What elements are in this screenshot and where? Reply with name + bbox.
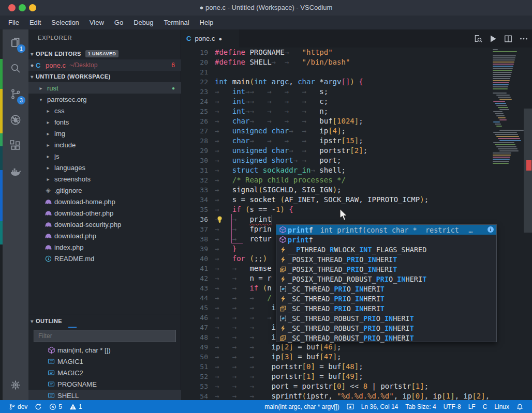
code-line-49[interactable]: 49→ → → ip[2] = buf[46]; <box>181 342 532 352</box>
code-line-36[interactable]: 36→ → print <box>181 215 532 224</box>
tree-item-fonts[interactable]: ▸fonts <box>28 116 181 128</box>
minimap[interactable] <box>491 48 524 400</box>
tree-item-languages[interactable]: ▸languages <box>28 162 181 173</box>
code-line-28[interactable]: 28→ char→ → → → ipstr[15]; <box>181 136 532 146</box>
code-line-25[interactable]: 25→ int→→ → → → n; <box>181 106 532 116</box>
suggest-item-7[interactable]: _SC_THREAD_PRIO_INHERIT <box>276 294 496 303</box>
code-line-29[interactable]: 29→ unsigned char→ → portstr[2]; <box>181 146 532 156</box>
tree-item-download-php[interactable]: download.php <box>28 230 181 241</box>
menu-edit[interactable]: Edit <box>24 17 46 28</box>
status-1[interactable]: 1 <box>66 400 86 413</box>
code-line-20[interactable]: 20#define SHELL→ → "/bin/bash" <box>181 57 532 67</box>
code-line-33[interactable]: 33→ signal(SIGCHLD, SIG_IGN); <box>181 185 532 195</box>
outline-item-progname[interactable]: PROGNAME <box>28 378 181 390</box>
menu-view[interactable]: View <box>84 17 109 28</box>
menu-help[interactable]: Help <box>195 17 219 28</box>
tree-item--gitignore[interactable]: ◈.gitignore <box>28 185 181 196</box>
status-linux[interactable]: Linux <box>491 400 513 413</box>
code-line-30[interactable]: 30→ unsigned short→ → port; <box>181 156 532 165</box>
tree-item-include[interactable]: ▸include <box>28 139 181 150</box>
status-screencast[interactable] <box>343 400 358 413</box>
tree-item-readme-md[interactable]: README.md <box>28 253 181 264</box>
activity-explorer-icon[interactable]: 1 <box>3 29 28 55</box>
suggest-item-2[interactable]: __PTHREAD_RWLOCK_INT_FLAGS_SHARED <box>276 244 496 254</box>
outline-item-shell[interactable]: SHELL <box>28 390 181 401</box>
menu-go[interactable]: Go <box>109 17 128 28</box>
code-line-53[interactable]: 53→ → → port = portstr[0] << 8 | portstr… <box>181 381 532 391</box>
menu-file[interactable]: File <box>3 17 24 28</box>
code-line-51[interactable]: 51→ → → portstr[0] = buf[48]; <box>181 362 532 372</box>
code-line-50[interactable]: 50→ → → ip[3] = buf[47]; <box>181 352 532 362</box>
open-editors-header[interactable]: ▾ OPEN EDITORS 1 UNSAVED <box>28 48 181 59</box>
menu-terminal[interactable]: Terminal <box>158 17 194 28</box>
code-line-52[interactable]: 52→ → → portstr[1] = buf[49]; <box>181 372 532 381</box>
code-line-23[interactable]: 23→ int→→ → → → s; <box>181 87 532 97</box>
open-editor-item-pone-c[interactable]: ● C pone.c ~/Desktop 6 <box>28 59 181 71</box>
tree-item-parrotsec-org[interactable]: ▾parrotsec.org <box>28 94 181 105</box>
status-5[interactable]: 5 <box>46 400 66 413</box>
code-line-35[interactable]: 35→ if (s == -1) { <box>181 205 532 215</box>
outline-header[interactable]: ▾ OUTLINE <box>28 315 181 327</box>
code-line-24[interactable]: 24→ int→→ → → → c; <box>181 97 532 106</box>
status-utf-8[interactable]: UTF-8 <box>440 400 465 413</box>
outline-filter-input[interactable] <box>34 330 176 342</box>
code-line-19[interactable]: 19#define PROGNAME→ "httpd" <box>181 48 532 57</box>
tree-item-rust[interactable]: ▸rust● <box>28 82 181 94</box>
status-dev[interactable]: dev <box>5 400 31 413</box>
status-main-int-argc-char-argv[interactable]: main(int argc, char * argv[]) <box>261 400 343 413</box>
modified-dot-icon[interactable]: ● <box>218 36 222 42</box>
editor-scrollbar[interactable] <box>524 48 532 400</box>
code-line-26[interactable]: 26→ char→ → → → buf[1024]; <box>181 116 532 126</box>
scrollbar-thumb[interactable] <box>524 109 532 233</box>
suggest-item-0[interactable]: printfint printf(const char *__restrict_… <box>276 225 496 235</box>
suggest-item-10[interactable]: _SC_THREAD_ROBUST_PRIO_INHERIT <box>276 323 496 333</box>
activity-source-control-icon[interactable]: 3 <box>3 81 28 107</box>
tree-item-index-php[interactable]: index.php <box>28 241 181 253</box>
tree-item-img[interactable]: ▸img <box>28 128 181 139</box>
status-lf[interactable]: LF <box>465 400 479 413</box>
tree-item-download-home-php[interactable]: download-home.php <box>28 196 181 207</box>
activity-settings-icon[interactable] <box>3 372 28 398</box>
status-sync[interactable] <box>31 400 46 413</box>
tree-item-download-security-php[interactable]: download-security.php <box>28 219 181 230</box>
tree-item-screenshots[interactable]: ▸screenshots <box>28 173 181 185</box>
menu-debug[interactable]: Debug <box>128 17 158 28</box>
activity-debug-disabled-icon[interactable] <box>3 107 28 133</box>
status-ln-36-col-14[interactable]: Ln 36, Col 14 <box>358 400 402 413</box>
suggest-item-8[interactable]: _SC_THREAD_PRIO_INHERIT <box>276 303 496 313</box>
code-line-54[interactable]: 54→ → → sprintf(ipstr, "%d.%d.%d.%d", ip… <box>181 391 532 400</box>
suggest-item-3[interactable]: _POSIX_THREAD_PRIO_INHERIT <box>276 254 496 264</box>
split-editor-icon[interactable] <box>504 35 512 43</box>
code-line-21[interactable]: 21 <box>181 67 532 77</box>
code-editor[interactable]: 19#define PROGNAME→ "httpd"20#define SHE… <box>181 48 532 400</box>
status-tab-size-4[interactable]: Tab Size: 4 <box>402 400 439 413</box>
suggest-item-6[interactable]: _SC_THREAD_PRIO_INHERIT <box>276 284 496 294</box>
workspace-header[interactable]: ▾ UNTITLED (WORKSPACE) <box>28 71 181 82</box>
suggest-item-1[interactable]: printf <box>276 235 496 244</box>
activity-extensions-icon[interactable] <box>3 133 28 159</box>
activity-docker-icon[interactable] <box>3 159 28 185</box>
lightbulb-icon[interactable] <box>216 216 224 225</box>
tree-item-download-other-php[interactable]: download-other.php <box>28 207 181 219</box>
open-preview-icon[interactable] <box>474 34 482 43</box>
code-line-34[interactable]: 34→ s = socket (AF_INET, SOCK_RAW, IPPRO… <box>181 195 532 205</box>
menu-selection[interactable]: Selection <box>46 17 84 28</box>
outline-item-magic2[interactable]: MAGIC2 <box>28 367 181 378</box>
run-icon[interactable] <box>490 35 497 43</box>
suggest-item-5[interactable]: _POSIX_THREAD_ROBUST_PRIO_INHERIT <box>276 274 496 284</box>
tree-item-css[interactable]: ▸css <box>28 105 181 116</box>
outline-item-main-int-char-[interactable]: main(int, char * []) <box>28 344 181 356</box>
tab-pone-c[interactable]: C pone.c ● <box>181 29 239 48</box>
suggest-item-9[interactable]: _SC_THREAD_ROBUST_PRIO_INHERIT <box>276 313 496 323</box>
suggest-item-4[interactable]: _POSIX_THREAD_PRIO_INHERIT <box>276 264 496 274</box>
code-line-31[interactable]: 31→ struct sockaddr_in→ shell; <box>181 165 532 175</box>
status-c[interactable]: C <box>479 400 491 413</box>
status-bell[interactable] <box>513 400 527 413</box>
outline-item-magic1[interactable]: MAGIC1 <box>28 356 181 367</box>
tree-item-js[interactable]: ▸js <box>28 150 181 162</box>
activity-search-icon[interactable] <box>3 55 28 81</box>
suggest-info-icon[interactable] <box>487 226 494 235</box>
code-line-32[interactable]: 32→ /* Reap child processes */ <box>181 175 532 185</box>
code-line-27[interactable]: 27→ unsigned char→ → ip[4]; <box>181 126 532 136</box>
suggest-item-11[interactable]: _SC_THREAD_ROBUST_PRIO_INHERIT <box>276 333 496 343</box>
